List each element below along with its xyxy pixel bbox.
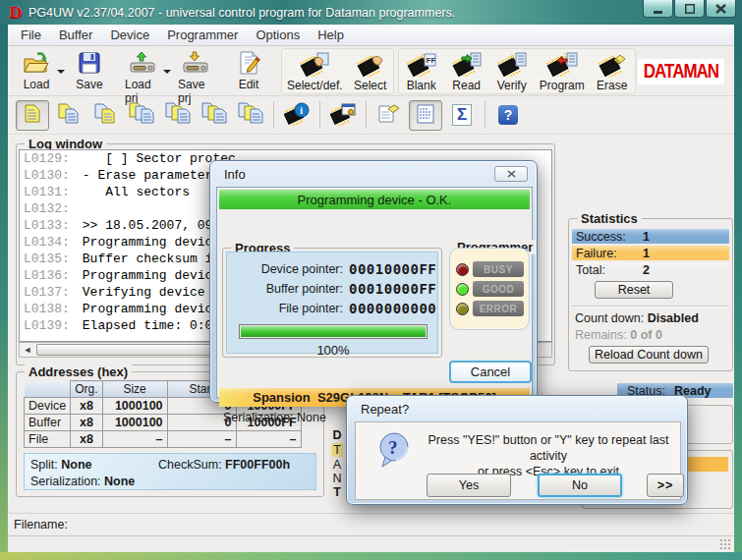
info-serialization: Serialization: None	[223, 411, 326, 424]
program-button[interactable]: Program	[535, 49, 590, 93]
select-button[interactable]: Select	[348, 49, 393, 93]
document-stack-icon	[165, 102, 191, 128]
menu-programmer[interactable]: Programmer	[158, 26, 247, 44]
toolbar-separator	[366, 101, 367, 129]
svg-text:?: ?	[388, 437, 398, 458]
toolbar-separator	[485, 101, 485, 129]
buffer-stack-1-button[interactable]	[125, 100, 158, 131]
toolbar-separator	[319, 101, 320, 129]
floppy-icon	[78, 49, 101, 77]
device-pointer-row: Device pointer:00010000FF	[227, 259, 437, 278]
progress-percent: 100%	[227, 343, 439, 358]
remains-row: Remains: 0 of 0	[575, 328, 662, 342]
split-checksum-panel: Split: None CheckSum: FF00FF00h Serializ…	[24, 453, 316, 490]
load-project-dropdown-arrow[interactable]	[163, 70, 171, 78]
error-led-icon	[456, 303, 469, 315]
operation-result-banner: Programming device - O.K.	[219, 190, 530, 209]
secondary-toolbar: i Σ ?	[8, 96, 734, 135]
buffer-view-2-button[interactable]	[52, 100, 86, 131]
buffer-stack-3-button[interactable]	[198, 100, 231, 131]
select-default-button[interactable]: Select/def.	[282, 49, 348, 93]
checksum-button[interactable]: Σ	[445, 100, 479, 131]
menu-help[interactable]: Help	[309, 26, 353, 44]
save-button[interactable]: Save	[67, 48, 112, 92]
reload-countdown-button[interactable]: Reload Count down	[589, 346, 709, 364]
yellow-blue-documents-icon	[58, 103, 80, 127]
load-dropdown-arrow[interactable]	[57, 70, 65, 78]
total-row: Total:2	[572, 262, 729, 277]
success-value: 1	[643, 230, 650, 244]
select-label: Select	[354, 79, 386, 92]
close-icon	[507, 170, 516, 178]
minimize-button[interactable]	[643, 0, 673, 18]
load-button[interactable]: Load	[14, 48, 59, 92]
verify-button[interactable]: Verify	[489, 49, 535, 93]
menu-options[interactable]: Options	[247, 26, 309, 44]
buffer-stack-2-button[interactable]	[161, 100, 195, 131]
resize-grip[interactable]	[719, 538, 731, 550]
list-page-icon	[417, 104, 434, 127]
window-border-bottom	[0, 552, 742, 560]
blank-check-button[interactable]: FF Blank	[399, 49, 444, 93]
addresses-title: Addresses (hex)	[25, 364, 132, 379]
menu-bar: File Buffer Device Programmer Options He…	[8, 25, 734, 46]
document-stack-icon	[129, 102, 154, 128]
erase-buffer-button[interactable]	[372, 100, 406, 131]
busy-led-row: BUSY	[456, 261, 529, 277]
drive-up-arrow-icon	[128, 49, 157, 77]
more-options-button[interactable]: >>	[647, 474, 684, 497]
hidden-panel-letter: N	[331, 472, 343, 485]
menu-device[interactable]: Device	[101, 26, 158, 44]
window-border-right	[734, 25, 742, 560]
buffer-stack-4-button[interactable]	[234, 100, 267, 131]
countdown-value: Disabled	[648, 311, 699, 325]
main-toolbar: Load Save Load prj Save prj Edit	[8, 46, 734, 96]
reset-button[interactable]: Reset	[595, 281, 673, 299]
statistics-title: Statistics	[577, 211, 642, 226]
verify-label: Verify	[497, 79, 527, 92]
view-buffer-button[interactable]	[16, 100, 49, 131]
help-button[interactable]: ?	[491, 100, 525, 131]
save-label: Save	[76, 78, 102, 91]
chip-hand-icon	[299, 50, 330, 78]
maximize-button[interactable]	[674, 0, 705, 18]
menu-file[interactable]: File	[12, 26, 50, 44]
programmer-led-panel: BUSY GOOD ERROR	[449, 248, 530, 330]
toolbar-separator	[273, 101, 274, 129]
info-close-button[interactable]	[494, 166, 528, 182]
device-settings-button[interactable]	[326, 100, 360, 131]
view-log-button[interactable]	[409, 100, 442, 131]
dataman-logo: DATAMAN	[638, 59, 724, 84]
sigma-icon: Σ	[452, 104, 472, 126]
device-info-button[interactable]: i	[280, 100, 314, 131]
buffer-view-3-button[interactable]	[88, 100, 122, 131]
filename-label: Filename:	[14, 518, 68, 532]
good-led-row: GOOD	[456, 281, 529, 297]
erase-button[interactable]: Erase	[590, 49, 635, 93]
svg-text:i: i	[300, 105, 303, 116]
hidden-panel-letter: A	[331, 458, 343, 472]
close-button[interactable]	[706, 0, 736, 18]
no-button[interactable]: No	[538, 474, 622, 497]
statistics-panel: Statistics Success:1 Failure:1 Total:2 R…	[568, 218, 733, 371]
busy-led-icon	[456, 263, 469, 276]
menu-buffer[interactable]: Buffer	[50, 26, 101, 44]
remains-value: 0 of 0	[630, 328, 662, 342]
app-window: D PG4UW v2.37/04.2007 - universal contro…	[0, 0, 742, 560]
yes-button[interactable]: Yes	[427, 474, 511, 497]
program-label: Program	[540, 79, 585, 92]
serialization-value: None	[104, 475, 135, 488]
edit-page-pencil-icon	[237, 49, 260, 77]
cancel-button[interactable]: Cancel	[449, 361, 532, 383]
document-stack-icon	[238, 102, 263, 128]
buffer-pointer-row: Buffer pointer:00010000FF	[227, 279, 437, 298]
read-button[interactable]: Read	[444, 49, 489, 93]
scroll-left-arrow-icon[interactable]: ◄	[20, 343, 35, 357]
busy-led-label: BUSY	[473, 261, 524, 277]
open-folder-icon	[23, 49, 50, 77]
repeat-message: Press "YES!" button or "Y" key to repeat…	[423, 432, 674, 479]
chip-info-icon: i	[284, 102, 310, 129]
failure-value: 1	[643, 247, 650, 260]
edit-button[interactable]: Edit	[226, 48, 271, 92]
device-pointer-value: 00010000FF	[349, 261, 436, 277]
